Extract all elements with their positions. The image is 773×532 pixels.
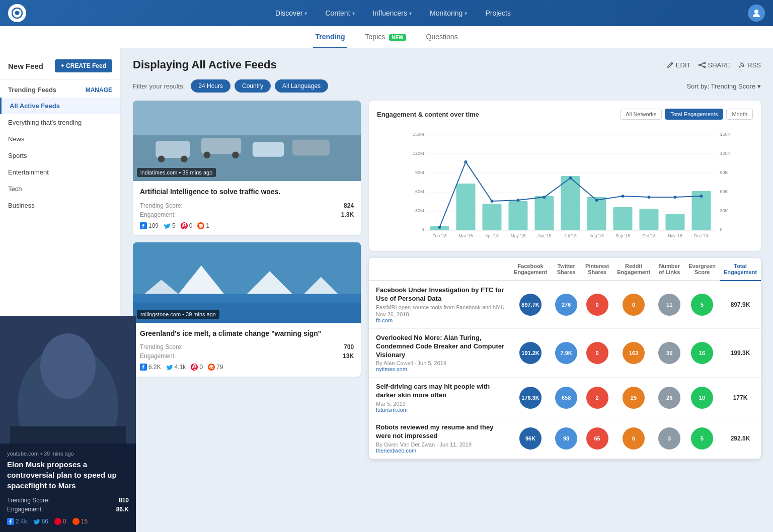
content-right: Engagement & content over time All Netwo… <box>369 101 761 459</box>
total-cell: 292.5K <box>720 418 761 459</box>
nav-monitoring[interactable]: Monitoring ▾ <box>422 5 475 21</box>
pi-shares-cell: 0 <box>581 281 613 328</box>
svg-rect-10 <box>201 138 241 154</box>
pi-shares-cell: 65 <box>581 418 613 459</box>
col-total-engagement[interactable]: TotalEngagement <box>720 258 761 281</box>
nav-links: Discover ▾ Content ▾ Influencers ▾ Monit… <box>38 5 748 21</box>
filter-all-languages[interactable]: All Languages <box>275 79 328 93</box>
trending-feeds-section: Trending Feeds MANAGE <box>0 80 120 98</box>
links-badge: 26 <box>658 387 680 409</box>
tw-shares-cell: 658 <box>551 378 581 418</box>
svg-point-16 <box>232 152 239 159</box>
svg-text:Mar '18: Mar '18 <box>458 233 473 238</box>
tab-topics[interactable]: Topics NEW <box>363 27 408 48</box>
tw-shares-cell: 7.9K <box>551 328 581 378</box>
nav-discover[interactable]: Discover ▾ <box>267 5 315 21</box>
svg-point-72 <box>622 195 625 198</box>
svg-point-74 <box>674 196 677 199</box>
rd-badge: 163 <box>623 342 645 364</box>
create-feed-button[interactable]: + CREATE Feed <box>55 59 112 72</box>
filter-country[interactable]: Country <box>235 79 271 93</box>
pi-shares-cell: 0 <box>581 328 613 378</box>
total-cell: 177K <box>720 378 761 418</box>
svg-point-94 <box>40 333 96 399</box>
sort-dropdown[interactable]: Sort by: Trending Score ▾ <box>686 82 761 90</box>
svg-rect-56 <box>483 204 502 230</box>
chart-visualization: 150M 120M 90M 60M 30M 0 150K 120K 90K 60… <box>377 126 753 243</box>
sidebar-item-tech[interactable]: Tech <box>0 181 120 197</box>
expanded-engagement: Engagement: 86.K <box>7 506 129 513</box>
nav-projects[interactable]: Projects <box>477 5 519 21</box>
sub-navigation: Trending Topics NEW Questions <box>0 26 773 48</box>
col-evergreen[interactable]: EvergreenScore <box>684 258 720 281</box>
total-cell: 199.3K <box>720 328 761 378</box>
article-card: rollingstone.com • 39 mins ago Greenland… <box>133 242 361 377</box>
svg-text:Feb '18: Feb '18 <box>432 233 446 238</box>
chevron-down-icon: ▾ <box>352 11 355 16</box>
article-source-link[interactable]: thenextweb.com <box>376 448 506 454</box>
chart-tabs: All Networks Total Engagements Month <box>620 109 753 120</box>
chart-tab-total-engagements[interactable]: Total Engagements <box>665 109 723 120</box>
expanded-source: youtube.com • 39 mins ago <box>7 451 129 457</box>
article-source-link[interactable]: fb.com <box>376 317 506 323</box>
article-source-link[interactable]: futurism.com <box>376 407 506 413</box>
sidebar-item-news[interactable]: News <box>0 131 120 147</box>
card-social: 109 5 0 1 <box>140 222 354 229</box>
table-row: Overlooked No More: Alan Turing, Condemn… <box>369 328 761 378</box>
nav-influencers[interactable]: Influencers ▾ <box>365 5 420 21</box>
sidebar-item-everything-trending[interactable]: Everything that's trending <box>0 114 120 131</box>
svg-point-14 <box>181 155 188 162</box>
col-twitter[interactable]: TwitterShares <box>551 258 581 281</box>
filter-24hours[interactable]: 24 Hours <box>191 79 230 93</box>
manage-button[interactable]: MANAGE <box>86 86 112 94</box>
rss-button[interactable]: RSS <box>738 61 761 69</box>
sidebar-item-entertainment[interactable]: Entertainment <box>0 164 120 181</box>
article-date: Mar 5, 2019 <box>376 401 506 407</box>
svg-point-66 <box>465 160 468 163</box>
svg-text:60M: 60M <box>415 189 424 194</box>
col-pinterest[interactable]: PinterestShares <box>581 258 613 281</box>
svg-rect-58 <box>535 196 554 230</box>
evergreen-cell: 5 <box>684 418 720 459</box>
svg-point-5 <box>699 64 701 66</box>
col-links[interactable]: Numberof Links <box>654 258 684 281</box>
share-button[interactable]: SHARE <box>699 61 730 69</box>
content-area: indiatimes.com • 39 mins ago Artificial … <box>133 101 761 459</box>
svg-point-70 <box>569 176 572 180</box>
nav-content[interactable]: Content ▾ <box>317 5 362 21</box>
article-source-link[interactable]: nytimes.com <box>376 366 506 372</box>
chart-tab-all-networks[interactable]: All Networks <box>620 109 662 120</box>
svg-text:90M: 90M <box>415 170 424 175</box>
expanded-social: 2.4k 86 0 15 <box>7 518 129 525</box>
card-title: Greenland's ice melt, a climate change "… <box>140 329 354 339</box>
sidebar-item-all-active-feeds[interactable]: All Active Feeds <box>0 98 120 114</box>
sidebar-item-sports[interactable]: Sports <box>0 147 120 164</box>
card-trending-score: Trending Score: 824 <box>140 202 354 209</box>
expanded-card-body: youtube.com • 39 mins ago Elon Musk prop… <box>0 444 136 532</box>
article-author: By Gwen Van Der Zwan · Jun 11, 2019 <box>376 441 506 448</box>
svg-text:150M: 150M <box>413 132 424 137</box>
article-title: Self-driving cars may hit people with da… <box>376 383 506 400</box>
tab-questions[interactable]: Questions <box>424 27 460 48</box>
tab-trending[interactable]: Trending <box>313 27 347 48</box>
svg-point-2 <box>754 10 758 14</box>
chart-tab-month[interactable]: Month <box>726 109 753 120</box>
article-subtitle: FastMRI open source tools from Facebook … <box>376 304 506 310</box>
table-row: Self-driving cars may hit people with da… <box>369 378 761 418</box>
svg-point-35 <box>212 367 213 368</box>
fb-badge: 191.2K <box>519 342 542 364</box>
svg-text:150K: 150K <box>720 132 731 137</box>
pinterest-count: 0 <box>181 222 193 229</box>
svg-rect-29 <box>133 294 361 302</box>
svg-text:Oct '18: Oct '18 <box>642 233 656 238</box>
new-feed-section: New Feed + CREATE Feed <box>0 54 120 80</box>
user-avatar[interactable] <box>748 5 765 22</box>
col-facebook[interactable]: FacebookEngagement <box>510 258 551 281</box>
card-image: rollingstone.com • 39 mins ago <box>133 242 361 323</box>
sidebar-item-business[interactable]: Business <box>0 197 120 214</box>
edit-button[interactable]: EDIT <box>667 61 691 69</box>
logo[interactable] <box>8 4 26 22</box>
fb-engagement-cell: 176.3K <box>510 378 551 418</box>
col-reddit[interactable]: RedditEngagement <box>613 258 654 281</box>
card-social: 6.2K 4.1k 0 <box>140 364 354 371</box>
